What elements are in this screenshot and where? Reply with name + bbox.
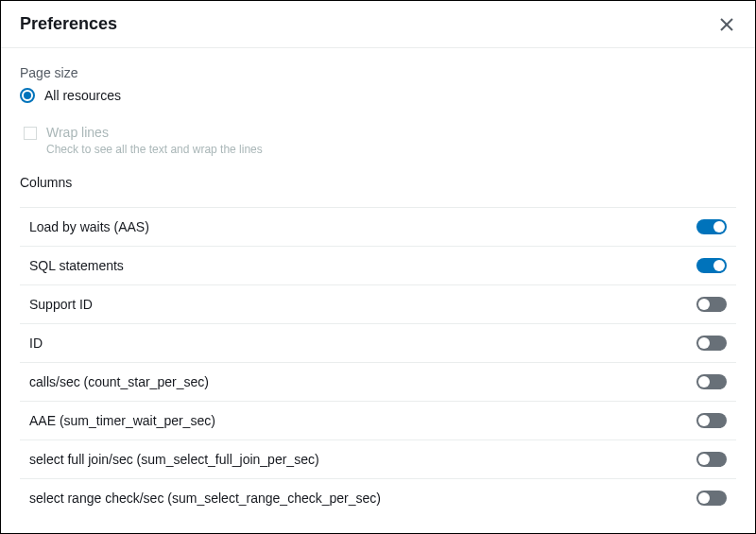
column-toggle[interactable] — [696, 258, 727, 273]
column-row: Load by waits (AAS) — [20, 207, 736, 246]
column-row: select full join/sec (sum_select_full_jo… — [20, 439, 736, 478]
modal-header: Preferences — [1, 1, 755, 48]
toggle-knob — [713, 260, 725, 271]
column-label: select range check/sec (sum_select_range… — [29, 491, 381, 506]
close-button[interactable] — [717, 15, 736, 34]
page-size-all-option[interactable]: All resources — [20, 88, 736, 103]
column-label: calls/sec (count_star_per_sec) — [29, 374, 209, 389]
column-toggle[interactable] — [696, 491, 727, 506]
column-toggle[interactable] — [696, 413, 727, 428]
checkbox-icon — [24, 127, 37, 140]
column-toggle[interactable] — [696, 297, 727, 312]
column-row: select range check/sec (sum_select_range… — [20, 478, 736, 517]
column-row: Support ID — [20, 284, 736, 323]
column-label: SQL statements — [29, 258, 124, 273]
page-size-label: Page size — [20, 65, 736, 80]
wrap-lines-option[interactable]: Wrap lines Check to see all the text and… — [24, 124, 736, 156]
column-row: calls/sec (count_star_per_sec) — [20, 362, 736, 401]
column-row: SQL statements — [20, 246, 736, 284]
toggle-knob — [698, 376, 710, 388]
modal-title: Preferences — [20, 14, 117, 34]
columns-list: Load by waits (AAS)SQL statementsSupport… — [20, 207, 736, 517]
column-label: ID — [29, 336, 43, 351]
toggle-knob — [698, 337, 710, 349]
toggle-knob — [698, 454, 710, 465]
column-row: AAE (sum_timer_wait_per_sec) — [20, 401, 736, 439]
column-row: ID — [20, 323, 736, 362]
close-icon — [720, 18, 733, 31]
toggle-knob — [698, 415, 710, 426]
toggle-knob — [713, 221, 725, 233]
column-label: select full join/sec (sum_select_full_jo… — [29, 452, 319, 467]
radio-icon — [20, 88, 35, 103]
column-label: Support ID — [29, 297, 93, 312]
modal-body: Page size All resources Wrap lines Check… — [1, 48, 755, 533]
column-toggle[interactable] — [696, 219, 727, 234]
column-toggle[interactable] — [696, 336, 727, 351]
wrap-lines-description: Check to see all the text and wrap the l… — [46, 143, 263, 156]
preferences-modal: Preferences Page size All resources Wrap… — [0, 0, 756, 534]
toggle-knob — [698, 299, 710, 310]
column-toggle[interactable] — [696, 374, 727, 389]
toggle-knob — [698, 492, 710, 504]
column-toggle[interactable] — [696, 452, 727, 467]
wrap-lines-label: Wrap lines — [46, 124, 263, 141]
column-label: Load by waits (AAS) — [29, 219, 149, 234]
column-label: AAE (sum_timer_wait_per_sec) — [29, 413, 215, 428]
page-size-all-label: All resources — [44, 88, 121, 103]
columns-section-label: Columns — [20, 175, 736, 190]
